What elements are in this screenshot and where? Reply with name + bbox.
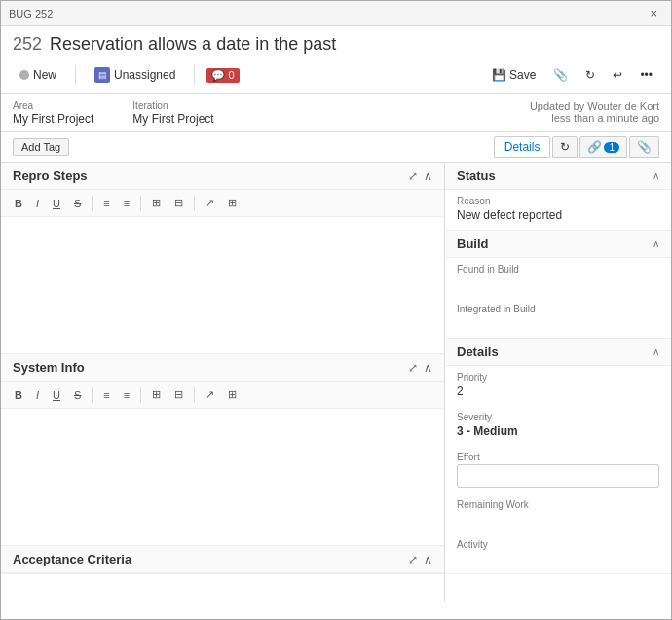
close-button[interactable]: ×	[644, 4, 663, 22]
attachment-icon: 📎	[637, 140, 652, 154]
save-label: Save	[509, 68, 536, 82]
status-label: New	[33, 68, 56, 82]
status-reason-block: Reason New defect reported	[445, 190, 671, 230]
integrated-in-build-label: Integrated in Build	[457, 304, 659, 314]
separator-1	[75, 65, 76, 85]
build-section: Build ∧ Found in Build Integrated in Bui…	[445, 231, 671, 339]
tab-details[interactable]: Details	[494, 136, 551, 158]
link-button[interactable]: ↗	[200, 194, 220, 212]
effort-label: Effort	[457, 452, 659, 462]
activity-value	[457, 552, 659, 567]
sys-ol-button[interactable]: ≡	[97, 386, 115, 404]
assignee-label: Unassigned	[114, 68, 175, 82]
remaining-work-value	[457, 512, 659, 528]
sys-italic-button[interactable]: I	[30, 386, 45, 404]
reason-label: Reason	[457, 196, 659, 206]
acceptance-criteria-header[interactable]: Acceptance Criteria ⤢ ∧	[1, 546, 444, 573]
severity-value: 3 - Medium	[457, 424, 659, 440]
comment-badge[interactable]: 💬 0	[206, 68, 239, 83]
system-info-header[interactable]: System Info ⤢ ∧	[1, 354, 444, 382]
add-tag-button[interactable]: Add Tag	[13, 138, 69, 156]
comment-count: 0	[228, 69, 234, 81]
ol-button[interactable]: ≡	[97, 195, 115, 212]
save-button[interactable]: 💾 Save	[485, 65, 542, 85]
build-section-header[interactable]: Build ∧	[445, 231, 671, 258]
header: 252 Reservation allows a date in the pas…	[1, 26, 671, 94]
iteration-value: My First Project	[132, 112, 213, 126]
priority-block: Priority 2	[445, 366, 671, 406]
sys-outdent-button[interactable]: ⊟	[168, 385, 189, 404]
system-editor-toolbar: B I U S ≡ ≡ ⊞ ⊟ ↗ ⊞	[1, 382, 444, 409]
found-in-build-label: Found in Build	[457, 264, 659, 274]
system-info-controls: ⤢ ∧	[408, 361, 432, 375]
underline-button[interactable]: U	[47, 195, 66, 212]
sys-indent-button[interactable]: ⊞	[146, 385, 167, 404]
system-info-content[interactable]	[1, 409, 444, 545]
bold-button[interactable]: B	[9, 195, 28, 212]
area-label: Area	[13, 100, 93, 111]
acc-collapse-icon[interactable]: ∧	[424, 553, 432, 566]
reason-value: New defect reported	[457, 208, 659, 224]
updated-when: less than a minute ago	[530, 112, 659, 124]
outdent-button[interactable]: ⊟	[168, 194, 189, 212]
sys-link-button[interactable]: ↗	[200, 385, 220, 404]
more-button[interactable]: •••	[633, 65, 659, 85]
bug-id: 252	[13, 34, 42, 55]
toolbar: New ▤ Unassigned 💬 0 💾 Save 📎 ↻ ↩	[13, 60, 659, 90]
meta-section: Area My First Project Iteration My First…	[1, 94, 671, 132]
undo-button[interactable]: ↩	[606, 65, 629, 85]
collapse-icon[interactable]: ∧	[424, 169, 432, 183]
remaining-work-label: Remaining Work	[457, 499, 659, 510]
sys-sep-1	[92, 387, 93, 403]
status-item[interactable]: New	[13, 65, 63, 85]
sys-underline-button[interactable]: U	[47, 386, 66, 404]
more-icon: •••	[640, 68, 653, 82]
link-count-badge: 1	[604, 142, 619, 153]
sys-ul-button[interactable]: ≡	[118, 386, 135, 404]
acc-expand-icon[interactable]: ⤢	[408, 553, 418, 566]
tab-attachments[interactable]: 📎	[629, 136, 659, 158]
content-area: Repro Steps ⤢ ∧ B I U S ≡ ≡ ⊞ ⊟ ↗ ⊞	[1, 163, 671, 602]
system-expand-icon[interactable]: ⤢	[408, 361, 418, 375]
image-button[interactable]: ⊞	[222, 194, 243, 212]
area-field: Area My First Project	[13, 100, 93, 126]
found-in-build-block: Found in Build	[445, 258, 671, 298]
status-section-header[interactable]: Status ∧	[445, 163, 671, 190]
repro-steps-header[interactable]: Repro Steps ⤢ ∧	[1, 163, 444, 190]
priority-value: 2	[457, 384, 659, 400]
priority-label: Priority	[457, 372, 659, 383]
build-chevron: ∧	[653, 238, 659, 249]
ul-button[interactable]: ≡	[118, 195, 135, 212]
repro-steps-content[interactable]	[1, 217, 444, 353]
bug-title-row: 252 Reservation allows a date in the pas…	[13, 34, 659, 55]
found-in-build-value	[457, 276, 659, 292]
system-info-section: System Info ⤢ ∧ B I U S ≡ ≡ ⊞ ⊟ ↗ ⊞	[1, 354, 444, 546]
acceptance-criteria-controls: ⤢ ∧	[408, 553, 432, 566]
strikethrough-button[interactable]: S	[68, 195, 87, 212]
indent-button[interactable]: ⊞	[146, 194, 167, 212]
system-collapse-icon[interactable]: ∧	[424, 361, 432, 375]
details-section-header[interactable]: Details ∧	[445, 339, 671, 366]
comment-icon: 💬 0	[206, 68, 239, 83]
effort-input[interactable]	[457, 464, 659, 488]
separator-2	[194, 65, 195, 85]
attach-icon: 📎	[553, 68, 568, 82]
status-dot	[19, 70, 29, 80]
tab-refresh[interactable]: ↻	[552, 136, 578, 158]
iteration-field: Iteration My First Project	[132, 100, 213, 126]
assignee-item[interactable]: ▤ Unassigned	[88, 64, 182, 86]
sys-bold-button[interactable]: B	[9, 386, 28, 404]
refresh-button[interactable]: ↻	[579, 65, 602, 85]
status-chevron: ∧	[653, 170, 659, 181]
title-bar-label: BUG 252	[9, 8, 53, 19]
sys-strikethrough-button[interactable]: S	[68, 386, 87, 404]
attach-button[interactable]: 📎	[546, 65, 575, 85]
repro-steps-title: Repro Steps	[13, 168, 88, 183]
sys-image-button[interactable]: ⊞	[222, 385, 243, 404]
expand-icon[interactable]: ⤢	[408, 169, 418, 183]
italic-button[interactable]: I	[30, 195, 45, 212]
editor-sep-1	[92, 196, 93, 211]
title-bar: BUG 252 ×	[1, 1, 671, 26]
right-panel: Status ∧ Reason New defect reported Buil…	[445, 163, 671, 602]
tab-links[interactable]: 🔗 1	[579, 136, 627, 158]
